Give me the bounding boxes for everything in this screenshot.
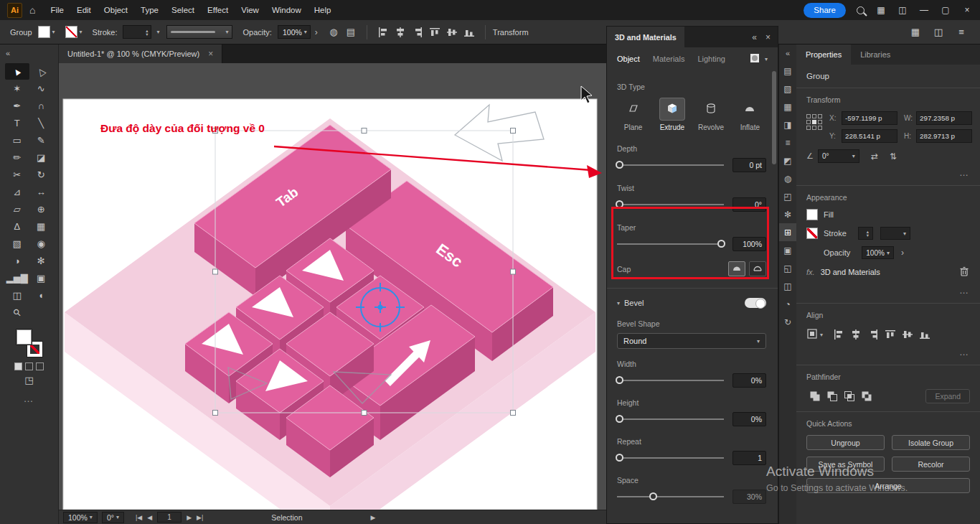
recolor-button[interactable]: Recolor (892, 457, 970, 472)
align-middle-v-icon[interactable] (899, 327, 916, 342)
slider-knob[interactable] (616, 415, 623, 423)
align-right-icon[interactable] (409, 24, 426, 40)
rectangle-tool[interactable]: ▭ (5, 132, 29, 149)
close-panel-icon[interactable]: × (765, 32, 771, 42)
w-input[interactable]: 297.2358 p (916, 111, 972, 125)
symbols-icon[interactable]: ✻ (779, 205, 796, 223)
bevel-space-slider[interactable] (617, 496, 724, 497)
illustrator-logo[interactable]: Ai (7, 3, 22, 18)
swatches-icon[interactable]: ▦ (779, 98, 796, 116)
artboard-number-input[interactable]: 1 (157, 512, 182, 523)
twist-value-input[interactable]: 0° (732, 197, 766, 212)
menu-item-help[interactable]: Help (308, 0, 338, 20)
menu-item-edit[interactable]: Edit (70, 0, 98, 20)
menu-item-effect[interactable]: Effect (201, 0, 235, 20)
depth-value-input[interactable]: 0 pt (732, 158, 766, 172)
opacity-panel-arrow[interactable]: › (315, 27, 318, 37)
align-top-icon[interactable] (882, 327, 899, 342)
tab-properties[interactable]: Properties (796, 45, 851, 65)
align-more-options[interactable]: … (806, 347, 970, 357)
h-input[interactable]: 282.9713 p (916, 129, 972, 143)
stroke-weight-presets[interactable]: ▾ (156, 29, 159, 35)
align-center-h-icon[interactable] (392, 24, 409, 40)
pf-intersect-icon[interactable] (841, 388, 858, 404)
first-artboard-button[interactable]: |◀ (136, 514, 142, 521)
menu-item-file[interactable]: File (44, 0, 70, 20)
perspective-grid-tool[interactable]: ∆ (5, 218, 29, 235)
recolor-artwork-icon[interactable]: ◍ (325, 24, 342, 40)
flip-horizontal-icon[interactable]: ⇄ (871, 151, 878, 162)
transparency-icon[interactable]: ◩ (779, 151, 796, 169)
menu-item-view[interactable]: View (235, 0, 265, 20)
slider-knob[interactable] (616, 376, 623, 384)
y-input[interactable]: 228.5141 p (842, 129, 897, 143)
restore-icon[interactable]: ▢ (940, 5, 951, 15)
bevel-repeat-value-input[interactable]: 1 (732, 451, 766, 465)
bevel-repeat-slider[interactable] (617, 457, 724, 459)
apps-grid-icon[interactable]: ▦ (875, 5, 887, 15)
line-tool[interactable]: ╲ (29, 115, 54, 131)
document-setup-icon[interactable]: ▤ (342, 24, 359, 40)
align-middle-v-icon[interactable] (443, 24, 461, 40)
opacity-input[interactable]: 100%▾ (278, 25, 311, 39)
tab-materials[interactable]: Materials (653, 55, 685, 63)
graphic-styles-icon[interactable]: ◰ (779, 187, 796, 205)
twist-slider[interactable] (617, 204, 724, 205)
delete-effect-icon[interactable] (958, 266, 970, 279)
align-right-icon[interactable] (864, 327, 882, 342)
stroke-swatch[interactable] (806, 228, 818, 239)
arrange-button[interactable]: Arrange (806, 478, 970, 493)
appearance-more-options[interactable]: … (806, 285, 970, 296)
stroke-weight-select[interactable]: ▾ (880, 227, 910, 240)
align-left-icon[interactable] (830, 327, 847, 342)
depth-slider[interactable] (617, 164, 724, 166)
fill-indicator[interactable] (17, 329, 32, 345)
menu-item-type[interactable]: Type (134, 0, 165, 20)
cap-hollow-button[interactable] (749, 261, 766, 276)
expand-dock-icon[interactable]: « (779, 45, 796, 62)
hand-tool[interactable]: ◖ (29, 287, 54, 304)
scale-tool[interactable]: ⊿ (5, 184, 29, 200)
bevel-height-slider[interactable] (617, 418, 724, 420)
close-icon[interactable]: × (961, 5, 973, 15)
share-button[interactable]: Share (804, 3, 846, 18)
prev-artboard-button[interactable]: ◀ (147, 514, 152, 521)
rotation-select[interactable]: 0°▾ (102, 512, 124, 523)
rotation-angle-select[interactable]: 0°▾ (818, 149, 859, 163)
slider-knob[interactable] (616, 200, 623, 208)
3d-type-extrude[interactable]: Extrude (656, 98, 688, 131)
direct-selection-tool[interactable]: △ (29, 63, 54, 80)
eraser-tool[interactable]: ◪ (29, 149, 54, 166)
status-bar-arrow[interactable]: ▶ (371, 514, 376, 521)
mesh-tool[interactable]: ▦ (29, 218, 54, 235)
align-left-icon[interactable] (374, 24, 392, 40)
expander-chevron-icon[interactable]: ▾ (617, 300, 620, 307)
free-transform-tool[interactable]: ▱ (5, 201, 29, 217)
opacity-select[interactable]: 100%▾ (862, 246, 894, 259)
grid-view-icon[interactable]: ▦ (910, 27, 921, 37)
tab-object[interactable]: Object (617, 55, 640, 63)
fill-swatch[interactable] (806, 209, 818, 220)
gradient-tool[interactable]: ▧ (5, 235, 29, 252)
draw-normal-mode[interactable] (14, 362, 22, 370)
shape-builder-tool[interactable]: ⊕ (29, 201, 54, 217)
gradient-panel-icon[interactable]: ◨ (779, 116, 796, 134)
align-bottom-icon[interactable] (916, 327, 933, 342)
next-artboard-button[interactable]: ▶ (187, 514, 192, 521)
close-document-icon[interactable]: × (208, 49, 213, 59)
fill-stroke-indicator[interactable] (15, 329, 44, 357)
bevel-space-value-input[interactable]: 30% (732, 490, 766, 504)
rotate-tool[interactable]: ↻ (29, 167, 54, 183)
document-tab[interactable]: Untitled-1* @ 100 % (CMYK/Preview) × (59, 45, 222, 63)
taper-value-input[interactable]: 100% (732, 237, 766, 251)
width-tool[interactable]: ↔ (29, 184, 54, 200)
ungroup-button[interactable]: Ungroup (806, 435, 885, 450)
color-guide-icon[interactable]: ▧ (779, 80, 796, 98)
panel-scrollbar[interactable] (772, 71, 776, 164)
artboard-tool[interactable]: ▣ (29, 270, 54, 286)
blend-tool[interactable]: ◑ (5, 253, 29, 269)
menu-item-object[interactable]: Object (98, 0, 134, 20)
bevel-toggle[interactable] (745, 298, 766, 308)
pf-exclude-icon[interactable] (858, 388, 875, 404)
x-input[interactable]: -597.1199 p (842, 111, 897, 125)
